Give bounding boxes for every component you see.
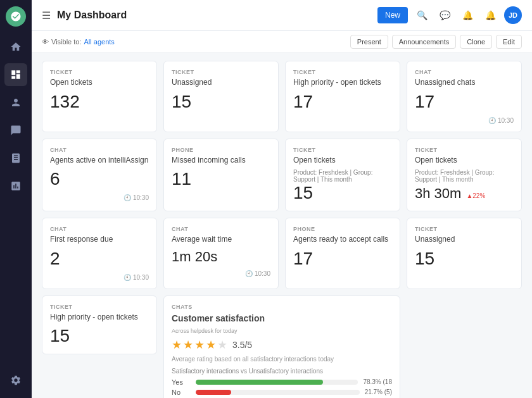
- present-button[interactable]: Present: [350, 35, 388, 49]
- menu-icon[interactable]: ☰: [42, 9, 51, 22]
- sidebar: [0, 0, 32, 398]
- card-type: PHONE: [293, 226, 392, 232]
- star-1: ★: [172, 338, 182, 352]
- card-value: 6: [50, 169, 149, 189]
- card-type: TICKET: [50, 304, 149, 310]
- card-type: CHATS: [172, 304, 392, 310]
- sidebar-item-dashboard[interactable]: [4, 63, 27, 86]
- eye-icon: 👁: [42, 38, 49, 46]
- card-value: 17: [293, 92, 392, 112]
- card-label: First response due: [50, 235, 149, 245]
- card-type: PHONE: [172, 147, 270, 153]
- sidebar-item-settings[interactable]: [4, 369, 27, 392]
- no-bar-track: [196, 390, 360, 395]
- header-right: New 🔍 💬 🔔 🔔 JD: [377, 6, 522, 24]
- clock-icon: 🕙: [488, 117, 496, 124]
- missed-calls-card: PHONE Missed incoming calls 11: [163, 139, 279, 212]
- card-label: High priority - open tickets: [293, 78, 392, 88]
- card-label: Unassigned: [172, 78, 270, 88]
- card-type: TICKET: [172, 69, 270, 75]
- card-type: TICKET: [293, 147, 392, 153]
- sidebar-item-knowledge[interactable]: [4, 147, 27, 170]
- card-value: 2: [50, 249, 149, 269]
- card-label: Open tickets: [415, 156, 514, 166]
- header: ☰ My Dashboard New 🔍 💬 🔔 🔔 JD: [32, 0, 532, 31]
- sidebar-item-tickets[interactable]: [4, 119, 27, 142]
- high-priority-card-1: TICKET High priority - open tickets 17: [285, 61, 400, 132]
- new-button[interactable]: New: [377, 7, 408, 23]
- high-priority-card-2: TICKET High priority - open tickets 15: [42, 295, 157, 355]
- subheader: 👁 Visible to: All agents Present Announc…: [32, 31, 532, 53]
- card-footer: 🕙 10:30: [50, 194, 149, 201]
- card-label: Unassigned chats: [415, 78, 514, 88]
- yes-bar-row: Yes 78.3% (18: [172, 378, 392, 386]
- subheader-actions: Present Announcements Clone Edit: [350, 35, 522, 49]
- card-value: 17: [415, 92, 514, 112]
- card-meta: Product: Freshdesk | Group: Support | Th…: [293, 169, 392, 183]
- sidebar-item-contacts[interactable]: [4, 91, 27, 114]
- user-avatar[interactable]: JD: [504, 6, 522, 24]
- card-type: TICKET: [415, 147, 514, 153]
- card-footer: 🕙 10:30: [50, 274, 149, 281]
- agents-ready-card: PHONE Agents ready to accept calls 17: [285, 218, 400, 289]
- rating-stars: ★ ★ ★ ★ ★ 3.5/5: [172, 338, 392, 352]
- card-label: Unassigned: [415, 235, 514, 245]
- card-meta: Product: Freshdesk | Group: Support | Th…: [415, 169, 514, 183]
- card-label: High priority - open tickets: [50, 313, 149, 323]
- header-actions: 🔍 💬 🔔 🔔 JD: [413, 6, 522, 24]
- card-label: Agents ready to accept calls: [293, 235, 392, 245]
- card-value: 3h 30m: [415, 185, 461, 202]
- no-label: No: [172, 389, 191, 396]
- trend-indicator: ▲ 22%: [466, 192, 485, 199]
- sidebar-item-reports[interactable]: [4, 175, 27, 197]
- announcements-button[interactable]: Announcements: [392, 35, 457, 49]
- card-value: 15: [172, 92, 270, 112]
- yes-value: 78.3% (18: [363, 378, 392, 385]
- main-area: ☰ My Dashboard New 🔍 💬 🔔 🔔 JD 👁 Visible …: [32, 0, 532, 398]
- no-bar-fill: [196, 390, 231, 395]
- rating-sublabel: Average rating based on all satisfactory…: [172, 356, 392, 363]
- unassigned-card-2: TICKET Unassigned 15: [407, 218, 522, 289]
- clone-button[interactable]: Clone: [460, 35, 492, 49]
- csat-chat-card: CHATS Customer satisfaction Across helpd…: [163, 295, 400, 398]
- no-value: 21.7% (5): [365, 389, 392, 395]
- unassigned-card-1: TICKET Unassigned 15: [163, 61, 279, 132]
- card-type: TICKET: [50, 69, 149, 75]
- edit-button[interactable]: Edit: [496, 35, 522, 49]
- avg-wait-card: CHAT Average wait time 1m 20s 🕙 10:30: [163, 218, 279, 289]
- page-title: My Dashboard: [57, 9, 127, 21]
- sidebar-item-home[interactable]: [4, 35, 27, 58]
- interactions-label: Satisfactory interactions vs Unsatisfact…: [172, 368, 392, 375]
- open-tickets-3h-card: TICKET Open tickets Product: Freshdesk |…: [407, 139, 522, 212]
- open-tickets-card-2: TICKET Open tickets Product: Freshdesk |…: [285, 139, 400, 212]
- card-type: CHAT: [172, 226, 270, 232]
- card-sublabel: Across helpdesk for today: [172, 328, 392, 334]
- chat-icon[interactable]: 💬: [436, 6, 453, 24]
- card-footer: 🕙 10:30: [415, 117, 514, 124]
- no-bar-row: No 21.7% (5): [172, 389, 392, 396]
- card-value: 15: [50, 326, 149, 346]
- yes-label: Yes: [172, 378, 191, 386]
- header-left: ☰ My Dashboard: [42, 9, 127, 22]
- open-tickets-card-1: TICKET Open tickets 132: [42, 61, 157, 132]
- card-footer: 🕙 10:30: [172, 270, 270, 277]
- bell-icon[interactable]: 🔔: [459, 6, 476, 24]
- search-icon[interactable]: 🔍: [413, 6, 431, 24]
- notification-icon[interactable]: 🔔: [481, 6, 499, 24]
- clock-icon: 🕙: [124, 274, 131, 281]
- card-value: 1m 20s: [172, 249, 270, 265]
- yes-bar-fill: [196, 380, 323, 385]
- card-value: 11: [172, 169, 270, 189]
- card-label: Open tickets: [293, 156, 392, 166]
- card-label: Missed incoming calls: [172, 156, 270, 166]
- agents-active-card: CHAT Agents active on intelliAssign 6 🕙 …: [42, 139, 157, 212]
- card-type: CHAT: [415, 69, 514, 75]
- app-logo: [6, 6, 26, 27]
- card-value: 132: [50, 92, 149, 112]
- unassigned-chats-card: CHAT Unassigned chats 17 🕙 10:30: [407, 61, 522, 132]
- card-value: 15: [293, 183, 392, 203]
- first-response-card: CHAT First response due 2 🕙 10:30: [42, 218, 157, 289]
- visibility-label: 👁 Visible to: All agents: [42, 38, 115, 46]
- clock-icon: 🕙: [124, 194, 131, 201]
- yes-bar-track: [196, 380, 358, 385]
